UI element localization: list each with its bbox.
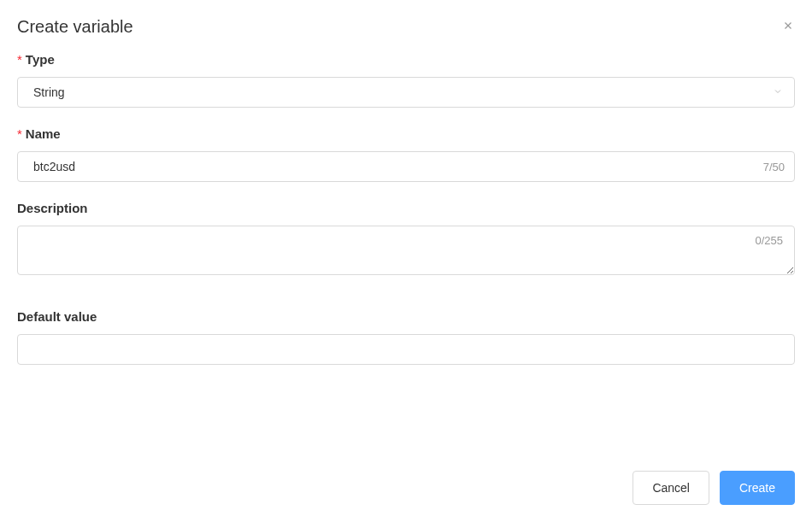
default-value-label-text: Default value [17,309,97,324]
description-field-group: Description 0/255 [17,201,795,279]
description-textarea-wrapper: 0/255 [17,226,795,279]
cancel-button[interactable]: Cancel [633,471,709,505]
name-input-wrapper: 7/50 [17,151,795,182]
required-asterisk: * [17,52,22,67]
type-select[interactable]: String [17,77,795,108]
description-label: Description [17,201,795,215]
dialog-title: Create variable [17,17,133,37]
required-asterisk: * [17,126,22,141]
description-label-text: Description [17,201,88,215]
type-select-value: String [33,85,65,99]
type-select-wrapper: String [17,77,795,108]
default-value-field-group: Default value [17,309,795,365]
close-icon[interactable] [781,19,795,32]
dialog-header: Create variable [17,17,795,37]
type-label-text: Type [26,52,55,67]
name-label-text: Name [26,126,61,141]
type-field-group: *Type String [17,52,795,108]
name-label: *Name [17,126,795,141]
dialog-footer: Cancel Create [633,471,795,505]
name-field-group: *Name 7/50 [17,126,795,182]
description-textarea[interactable] [17,226,795,275]
default-value-input[interactable] [17,334,795,365]
default-value-label: Default value [17,309,795,324]
create-button[interactable]: Create [720,471,795,505]
name-counter: 7/50 [763,161,785,173]
type-label: *Type [17,52,795,67]
description-counter: 0/255 [755,234,783,247]
name-input[interactable] [17,151,795,182]
